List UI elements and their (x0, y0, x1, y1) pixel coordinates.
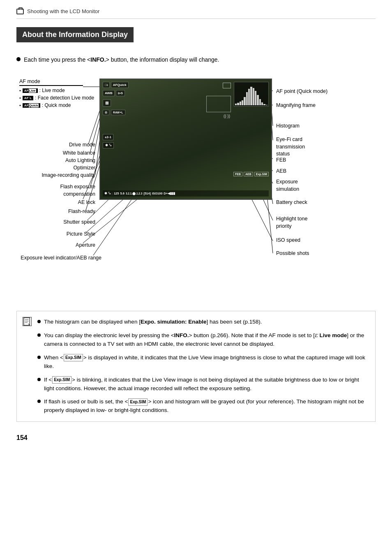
note-item-1: The histogram can be displayed when [Exp… (37, 318, 369, 326)
notes-svg-icon (23, 317, 31, 326)
aperture-label: Aperture (19, 242, 95, 249)
screen-fec-icon: ±2-1 (103, 133, 113, 139)
camera-icon (16, 9, 24, 14)
possible-shots-label: Possible shots (276, 250, 309, 257)
af-sub-quick: • AFQuick : Quick mode (19, 102, 97, 108)
bullet-dot (16, 57, 21, 61)
histogram-bars (235, 85, 267, 105)
intro-bullet: Each time you press the <INFO.> button, … (16, 56, 376, 64)
image-recording-label: Image-recording quality (19, 172, 95, 179)
expsim-badge: Exp.SIM (254, 172, 269, 176)
note-item-2: You can display the electronic level by … (37, 331, 369, 349)
note-bullet-2 (37, 333, 41, 337)
screen-wb-icon: AWB ≥•S (103, 90, 125, 96)
af-sub-live: • AFLive : Live mode (19, 88, 97, 93)
note-item-3: When <Exp.SIM> is displayed in white, it… (37, 354, 369, 371)
screen-irq-icon: ⊟ RAW+L (103, 108, 125, 115)
feb-label: FEB (276, 157, 286, 164)
screen-drive-icon: □ᵢᵢ AFQuick (103, 82, 129, 88)
af-mode-label: AF mode (19, 79, 97, 84)
header-bar: Shooting with the LCD Monitor (16, 8, 376, 14)
flash-exposure-label: Flash exposurecompensation (19, 183, 95, 198)
screen-fec-badges: FEB AEB Exp.SIM (233, 172, 269, 176)
picture-style-label: Picture Style (19, 231, 95, 238)
note-bullet-5 (37, 400, 41, 403)
intro-text: Each time you press the <INFO.> button, … (24, 56, 219, 64)
af-mode-group: AF mode • AFLive : Live mode • AF˙L : Fa… (19, 79, 97, 108)
battery-check-label: Battery check (276, 199, 307, 206)
flash-ready-label: Flash-ready (19, 208, 95, 215)
note-bullet-4 (37, 378, 41, 381)
iso-speed-label: ISO speed (276, 237, 300, 244)
section-title-box: About the Information Display (16, 27, 376, 49)
note-text-5: If flash is used or bulb is set, the <Ex… (44, 398, 369, 415)
note-bullet-1 (37, 320, 41, 323)
camera-screen: □ᵢᵢ AFQuick AWB ≥•S ⊠ ⊟ RAW+L ±2-1 ✱ ⁷ₕ (99, 79, 272, 200)
header-title: Shooting with the LCD Monitor (27, 8, 99, 14)
section-title: About the Information Display (16, 27, 134, 42)
drive-mode-label: Drive mode (19, 141, 95, 149)
note-text-2: You can display the electronic level by … (44, 331, 369, 349)
notes-icon (23, 317, 32, 326)
magnifying-frame-label: Magnifying frame (276, 102, 316, 109)
exposure-level-label: Exposure level indicator/AEB range (19, 255, 101, 262)
aeb-label: AEB (276, 168, 286, 175)
notes-section: The histogram can be displayed when [Exp… (16, 311, 376, 422)
aeb-badge: AEB (244, 172, 253, 176)
ae-lock-label: AE lock (19, 199, 95, 206)
eye-fi-label: Eye-Fi cardtransmissionstatus (276, 136, 305, 158)
note-text-4: If <Exp.SIM> is blinking, it indicates t… (44, 376, 369, 393)
feb-badge: FEB (233, 172, 242, 176)
screen-histogram (234, 82, 269, 106)
screen-aelock-icon: ✱ ⁷ₕ (103, 141, 114, 148)
note-bullet-3 (37, 356, 41, 359)
shutter-speed-label: Shutter speed (19, 219, 95, 226)
note-text-1: The histogram can be displayed when [Exp… (44, 318, 262, 326)
screen-eyefi-icon: ((·)) (224, 112, 230, 119)
exposure-sim-label: Exposuresimulation (276, 178, 299, 193)
af-point-label: AF point (Quick mode) (276, 88, 327, 95)
highlight-tone-label: Highlight tonepriority (276, 215, 307, 230)
screen-af-point (223, 83, 231, 88)
af-sub-face: • AF˙L : Face detection Live mode (19, 95, 97, 101)
note-text-3: When <Exp.SIM> is displayed in white, it… (44, 354, 369, 371)
header-divider (16, 19, 376, 19)
note-item-5: If flash is used or bulb is set, the <Ex… (37, 398, 369, 415)
screen-bottom-bar: ✱ ⁷ₕ | 125 5.6 3.2.1.⬤.1.2.3 [514] ISO10… (103, 190, 269, 197)
screen-alo-icon: ⊠ (103, 99, 111, 106)
note-item-4: If <Exp.SIM> is blinking, it indicates t… (37, 376, 369, 393)
auto-lighting-label: Auto LightingOptimizer (19, 157, 95, 171)
screen-magnifying-frame (206, 96, 231, 112)
histogram-label: Histogram (276, 123, 300, 130)
page-number: 154 (16, 434, 376, 442)
diagram-wrapper: AF mode • AFLive : Live mode • AF˙L : Fa… (19, 72, 373, 307)
white-balance-label: White balance (19, 150, 95, 157)
